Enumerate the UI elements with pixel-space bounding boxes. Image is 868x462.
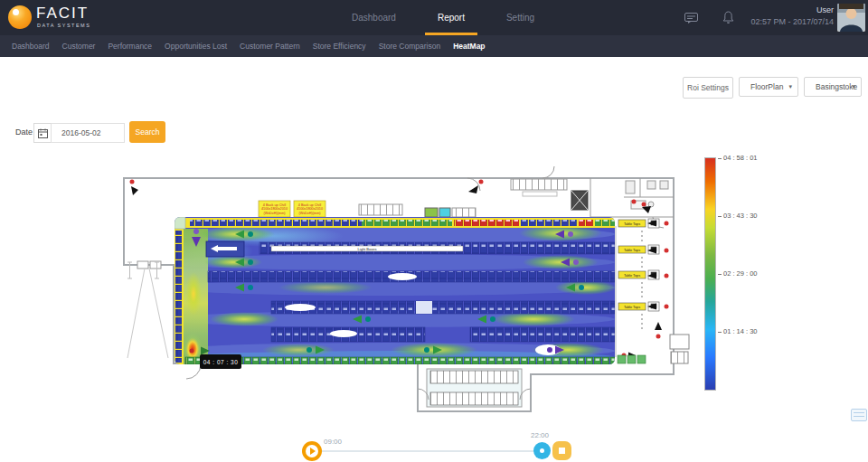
bell-icon[interactable] [722, 11, 734, 24]
svg-text:4100x1800x2010: 4100x1800x2010 [261, 207, 288, 211]
legend-tick: 04 : 58 : 01 [718, 154, 758, 162]
calendar-icon [38, 128, 48, 138]
store-floorplan-heatmap[interactable]: 4 Back up Chill 4100x1800x2010 (WxDxH)(m… [118, 147, 705, 425]
subnav-dashboard[interactable]: Dashboard [5, 42, 56, 51]
stop-icon [559, 448, 565, 454]
legend-tick: 03 : 43 : 30 [718, 212, 758, 220]
heatmap-region[interactable]: Light Boxes [163, 217, 618, 365]
header-datetime: 02:57 PM - 2017/07/14 [750, 17, 834, 26]
date-label: Date [15, 127, 33, 137]
date-input[interactable] [51, 123, 125, 143]
timeline-end-label: 22:00 [531, 431, 549, 439]
light-boxes-label: Light Boxes [358, 247, 377, 251]
legend-tick: 01 : 14 : 30 [718, 327, 758, 335]
floorplan-select[interactable]: FloorPlan ▾ [739, 77, 798, 97]
nav-report[interactable]: Report [432, 0, 470, 35]
main-nav: Dashboard Report Setting [346, 0, 540, 35]
svg-text:Table Tops: Table Tops [624, 306, 640, 309]
subnav-customer-pattern[interactable]: Customer Pattern [233, 42, 307, 51]
dwell-time-tooltip: 04 : 07 : 30 [200, 354, 241, 369]
search-button[interactable]: Search [129, 121, 165, 143]
subnav-store-efficiency[interactable]: Store Efficiency [307, 42, 373, 51]
edge-widget-icon[interactable] [851, 409, 867, 421]
facit-logo-icon[interactable] [8, 5, 32, 29]
nav-setting[interactable]: Setting [501, 0, 540, 35]
floorplan-select-value: FloorPlan [750, 82, 783, 91]
user-block[interactable]: User 02:57 PM - 2017/07/14 [750, 5, 834, 26]
avatar[interactable] [837, 4, 865, 32]
subnav-opportunities-lost[interactable]: Opportunities Lost [158, 42, 233, 51]
user-name: User [750, 5, 834, 14]
subnav-heatmap[interactable]: HeatMap [447, 42, 491, 51]
play-button[interactable] [302, 441, 322, 461]
nav-dashboard[interactable]: Dashboard [346, 0, 401, 35]
svg-text:Table Tops: Table Tops [624, 274, 640, 278]
logo-title[interactable]: FACIT [36, 5, 89, 23]
svg-text:(WxDxH)(mm): (WxDxH)(mm) [263, 212, 286, 215]
subnav-store-comparison[interactable]: Store Comparison [373, 42, 448, 51]
calendar-button[interactable] [33, 123, 52, 143]
timeline-track[interactable] [318, 450, 544, 452]
svg-text:Table Tops: Table Tops [624, 222, 640, 226]
timeline-position-handle[interactable] [533, 442, 551, 459]
roi-settings-label: Roi Settings [687, 83, 729, 92]
store-select-value: Basingstoke [816, 82, 857, 91]
messages-icon[interactable] [684, 13, 698, 24]
svg-text:Table Tops: Table Tops [624, 249, 640, 252]
stop-button[interactable] [552, 441, 571, 460]
chevron-down-icon: ▾ [788, 83, 792, 90]
report-subnav: Dashboard Customer Performance Opportuni… [0, 35, 868, 57]
play-icon [310, 448, 316, 455]
app-header: FACIT DATA SYSTEMS Dashboard Report Sett… [0, 0, 868, 35]
roi-settings-button[interactable]: Roi Settings [683, 77, 733, 99]
svg-text:4 Back up Chill: 4 Back up Chill [263, 203, 286, 207]
chevron-down-icon: ▾ [852, 83, 855, 90]
annex-room [418, 369, 531, 407]
heatmap-report-page: FACIT DATA SYSTEMS Dashboard Report Sett… [0, 0, 868, 462]
timeline-start-label: 09:00 [324, 438, 342, 446]
logo-subtitle: DATA SYSTEMS [37, 23, 90, 28]
store-select[interactable]: Basingstoke ▾ [804, 77, 862, 97]
svg-text:4100x1800x2010: 4100x1800x2010 [297, 207, 323, 211]
subnav-performance[interactable]: Performance [101, 42, 158, 51]
svg-text:(WxDxH)(mm): (WxDxH)(mm) [298, 212, 321, 215]
legend-tick: 02 : 29 : 00 [718, 269, 758, 278]
svg-text:4 Back up Chill: 4 Back up Chill [298, 203, 321, 207]
heat-legend-gradient [704, 157, 716, 391]
subnav-customer[interactable]: Customer [56, 42, 102, 51]
